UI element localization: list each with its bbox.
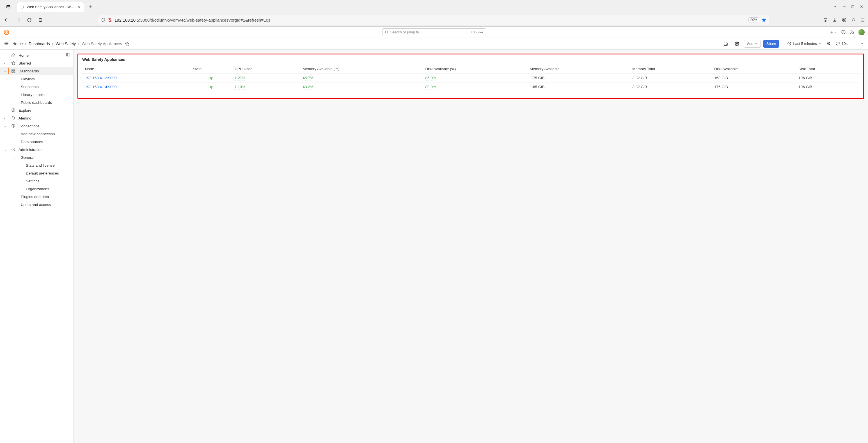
node-link[interactable]: 192.168.4.12:9090 xyxy=(85,76,117,80)
col-disk-pct[interactable]: Disk Available (%) xyxy=(423,65,527,73)
svg-marker-15 xyxy=(762,18,766,22)
close-tab-icon[interactable] xyxy=(77,5,81,9)
cpu-value[interactable]: 1.27% xyxy=(235,76,245,80)
chevron-down-icon[interactable] xyxy=(849,42,852,45)
chevron-right-icon: › xyxy=(4,61,8,65)
collapse-icon[interactable] xyxy=(860,42,864,46)
zoom-out-icon[interactable] xyxy=(825,40,833,48)
divider xyxy=(856,41,856,47)
cpu-value[interactable]: 1.13% xyxy=(235,85,245,89)
mem-pct-value[interactable]: 43.2% xyxy=(303,85,313,89)
grafana-logo-icon[interactable] xyxy=(3,29,9,35)
sidebar-item-general[interactable]: ⌄ General xyxy=(0,154,73,161)
reload-button[interactable] xyxy=(25,16,33,24)
col-disk-total[interactable]: Disk Total xyxy=(796,65,859,73)
pocket-icon[interactable] xyxy=(823,18,828,23)
sidebar-item-data-sources[interactable]: Data sources xyxy=(0,138,73,146)
sidebar-item-stats[interactable]: Stats and license xyxy=(0,161,73,169)
address-bar[interactable]: 192.168.10.5:3000/d/cdlunnxvvdmv4c/web-s… xyxy=(98,15,769,25)
disk-total-value: 196 GiB xyxy=(796,83,859,91)
col-cpu[interactable]: CPU Used xyxy=(232,65,300,73)
app-menu-icon[interactable] xyxy=(861,18,865,23)
col-mem-avail[interactable]: Memory Available xyxy=(527,65,630,73)
browser-tab[interactable]: Web Safety Appliances - Web S xyxy=(17,2,84,12)
svg-rect-27 xyxy=(472,31,474,33)
svg-point-25 xyxy=(385,31,388,33)
download-icon[interactable] xyxy=(832,18,837,23)
news-icon[interactable] xyxy=(850,30,855,34)
window-controls xyxy=(833,4,866,9)
col-mem-total[interactable]: Memory Total xyxy=(629,65,711,73)
svg-line-40 xyxy=(830,44,830,45)
disk-avail-value: 176 GiB xyxy=(711,83,796,91)
save-dashboard-icon[interactable] xyxy=(721,40,730,48)
sidebar-item-users[interactable]: › Users and access xyxy=(0,200,73,209)
grafana-favicon-icon xyxy=(20,5,24,9)
account-icon[interactable] xyxy=(842,18,847,23)
sidebar-item-home[interactable]: Home xyxy=(0,51,73,59)
sidebar-item-snapshots[interactable]: Snapshots xyxy=(0,83,73,91)
forward-button[interactable] xyxy=(14,16,22,24)
shield-icon[interactable] xyxy=(101,18,105,22)
col-state[interactable]: State xyxy=(190,65,232,73)
sidebar-item-plugins[interactable]: › Plugins and data xyxy=(0,193,73,200)
breadcrumb-folder[interactable]: Web Safety xyxy=(56,41,76,46)
tabs-dropdown-icon[interactable] xyxy=(833,4,837,9)
share-button[interactable]: Share xyxy=(763,40,779,48)
panel-web-safety-appliances: Web Safety Appliances Node State CPU Use… xyxy=(78,54,864,99)
disk-pct-value[interactable]: 89.9% xyxy=(426,85,436,89)
mem-pct-value[interactable]: 45.7% xyxy=(303,76,313,80)
col-node[interactable]: Node xyxy=(82,65,190,73)
node-link[interactable]: 192.168.4.14:9090 xyxy=(85,85,117,89)
recent-tabs-button[interactable] xyxy=(2,4,14,9)
col-disk-avail[interactable]: Disk Available xyxy=(711,65,796,73)
sidebar-item-alerting[interactable]: › Alerting xyxy=(0,114,73,122)
chevron-right-icon: › xyxy=(78,41,80,46)
sidebar-item-library-panels[interactable]: Library panels xyxy=(0,91,73,98)
window-maximize-icon[interactable] xyxy=(851,5,855,8)
sidebar-item-public-dashboards[interactable]: Public dashboards xyxy=(0,98,73,106)
sidebar-item-settings[interactable]: Settings xyxy=(0,177,73,185)
add-menu-button[interactable] xyxy=(830,30,837,34)
insecure-icon[interactable] xyxy=(108,18,112,22)
refresh-icon[interactable] xyxy=(836,41,840,46)
back-button[interactable] xyxy=(3,16,11,24)
help-icon[interactable] xyxy=(841,30,846,34)
sidebar-item-explore[interactable]: Explore xyxy=(0,106,73,114)
refresh-interval[interactable]: 10s xyxy=(842,41,847,46)
zoom-badge[interactable]: 80% xyxy=(748,18,759,23)
sidebar-item-organizations[interactable]: Organizations xyxy=(0,185,73,193)
sidebar-item-administration[interactable]: ⌄ Administration xyxy=(0,146,73,154)
breadcrumb-dashboards[interactable]: Dashboards xyxy=(29,41,50,46)
col-mem-pct[interactable]: Memory Available (%) xyxy=(300,65,422,73)
disk-pct-value[interactable]: 86.0% xyxy=(426,76,436,80)
window-minimize-icon[interactable] xyxy=(842,5,846,9)
window-close-icon[interactable] xyxy=(860,5,864,9)
table-row[interactable]: 192.168.4.14:9090Up1.13%43.2%89.9%1.65 G… xyxy=(82,83,859,91)
bookmark-star-icon[interactable] xyxy=(762,18,767,23)
sidebar-item-default-prefs[interactable]: Default preferences xyxy=(0,169,73,177)
search-placeholder: Search or jump to... xyxy=(390,30,422,34)
new-tab-button[interactable] xyxy=(87,3,94,11)
time-range-button[interactable]: Last 5 minutes xyxy=(787,41,822,46)
menu-toggle-icon[interactable] xyxy=(4,41,9,46)
table-row[interactable]: 192.168.4.12:9090Up1.27%45.7%86.0%1.75 G… xyxy=(82,73,859,83)
svg-marker-50 xyxy=(12,109,14,111)
favorite-star-icon[interactable] xyxy=(125,41,129,46)
breadcrumb-home[interactable]: Home xyxy=(12,41,23,46)
settings-icon[interactable] xyxy=(733,40,741,48)
sidebar-item-playlists[interactable]: Playlists xyxy=(0,75,73,83)
extensions-icon[interactable] xyxy=(851,18,856,23)
svg-point-37 xyxy=(736,43,738,44)
extension-button[interactable] xyxy=(36,16,44,24)
disk-total-value: 196 GiB xyxy=(796,73,859,83)
global-search[interactable]: Search or jump to... ctrl+k xyxy=(382,28,486,36)
sidebar-item-connections[interactable]: ⌄ Connections xyxy=(0,122,73,130)
user-avatar[interactable] xyxy=(859,29,865,35)
add-button[interactable]: Add xyxy=(744,40,761,48)
browser-right-icons xyxy=(823,18,865,23)
sidebar-item-add-connection[interactable]: Add new connection xyxy=(0,130,73,138)
sidebar-item-starred[interactable]: › Starred xyxy=(0,59,73,67)
sidebar-item-dashboards[interactable]: ⌄ Dashboards xyxy=(0,67,73,75)
svg-point-19 xyxy=(844,19,845,20)
